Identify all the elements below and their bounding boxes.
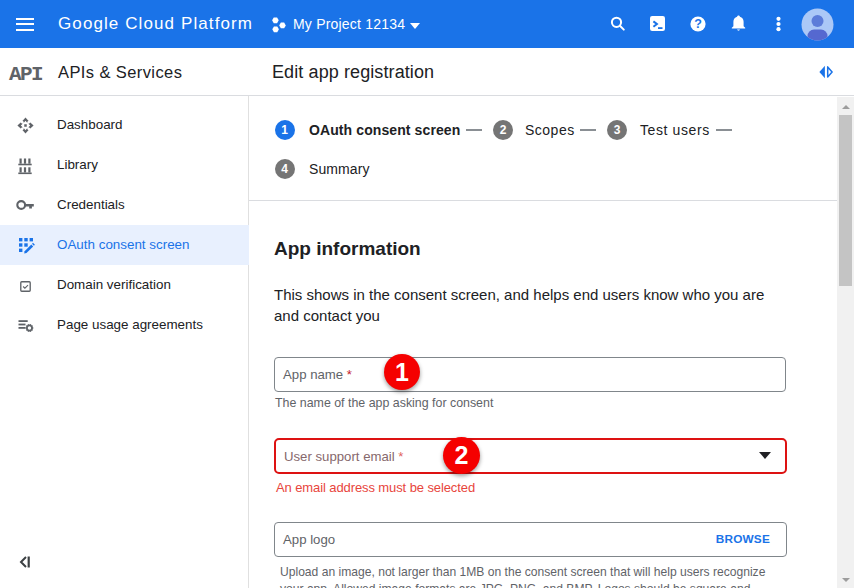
svg-text:?: ?	[694, 17, 702, 31]
